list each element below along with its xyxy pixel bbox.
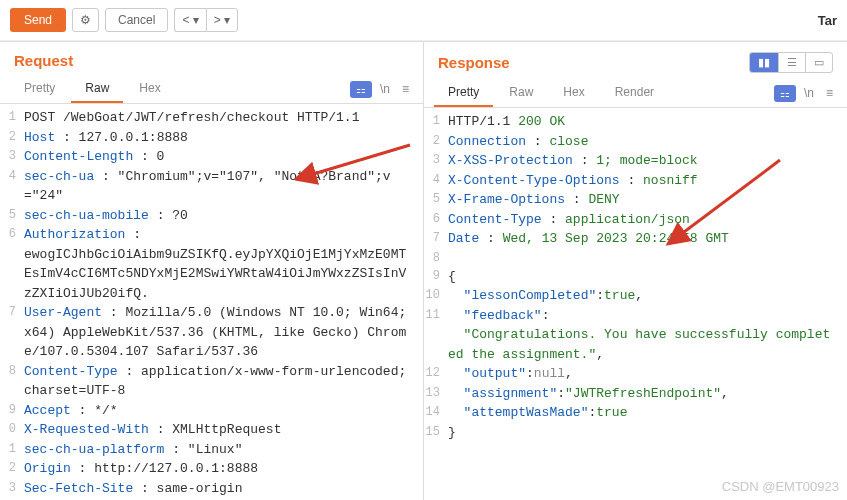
request-panel: Request Pretty Raw Hex ⚏ \n ≡ 1POST /Web…	[0, 41, 424, 500]
request-title: Request	[14, 52, 73, 69]
cancel-button[interactable]: Cancel	[105, 8, 168, 32]
prev-button[interactable]: < ▾	[174, 8, 205, 32]
request-body[interactable]: 1POST /WebGoat/JWT/refresh/checkout HTTP…	[0, 104, 423, 500]
actions-icon[interactable]: ⚏	[350, 81, 372, 98]
menu-icon[interactable]: ≡	[398, 80, 413, 98]
actions-icon[interactable]: ⚏	[774, 85, 796, 102]
send-button[interactable]: Send	[10, 8, 66, 32]
tab-hex[interactable]: Hex	[549, 79, 598, 107]
chevron-left-icon: <	[182, 13, 189, 27]
watermark: CSDN @EMT00923	[722, 479, 839, 494]
view-rows[interactable]: ☰	[779, 53, 806, 72]
view-single[interactable]: ▭	[806, 53, 832, 72]
nav-group: < ▾ > ▾	[174, 8, 238, 32]
tab-pretty[interactable]: Pretty	[10, 75, 69, 103]
toolbar: Send ⚙ Cancel < ▾ > ▾ Tar	[0, 0, 847, 41]
request-tabs: Pretty Raw Hex ⚏ \n ≡	[0, 75, 423, 104]
menu-icon[interactable]: ≡	[822, 84, 837, 102]
target-label: Tar	[818, 13, 837, 28]
gear-button[interactable]: ⚙	[72, 8, 99, 32]
gear-icon: ⚙	[80, 13, 91, 27]
newline-toggle[interactable]: \n	[376, 80, 394, 98]
response-panel: Response ▮▮ ☰ ▭ Pretty Raw Hex Render ⚏ …	[424, 41, 847, 500]
chevron-right-icon: >	[214, 13, 221, 27]
tab-pretty[interactable]: Pretty	[434, 79, 493, 107]
newline-toggle[interactable]: \n	[800, 84, 818, 102]
response-body[interactable]: 1HTTP/1.1 200 OK2Connection : close3X-XS…	[424, 108, 847, 500]
tab-render[interactable]: Render	[601, 79, 668, 107]
tab-raw[interactable]: Raw	[71, 75, 123, 103]
view-columns[interactable]: ▮▮	[750, 53, 779, 72]
tab-raw[interactable]: Raw	[495, 79, 547, 107]
response-title: Response	[438, 54, 510, 71]
next-button[interactable]: > ▾	[206, 8, 238, 32]
view-toggle: ▮▮ ☰ ▭	[749, 52, 833, 73]
tab-hex[interactable]: Hex	[125, 75, 174, 103]
response-tabs: Pretty Raw Hex Render ⚏ \n ≡	[424, 79, 847, 108]
